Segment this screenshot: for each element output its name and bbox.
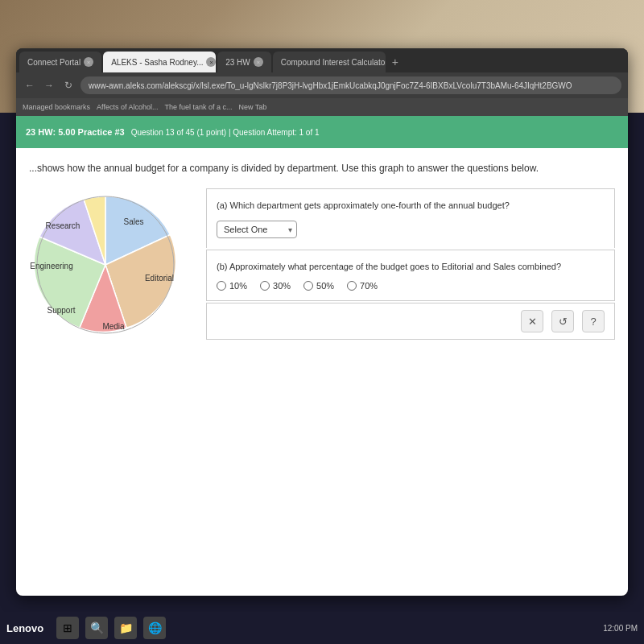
reset-button[interactable]: ↺ bbox=[551, 310, 574, 332]
radio-btn-70[interactable] bbox=[347, 281, 357, 291]
tab-close-hw[interactable]: × bbox=[254, 57, 263, 67]
radio-option-50[interactable]: 50% bbox=[303, 281, 334, 291]
pie-label-support: Support bbox=[47, 306, 75, 315]
questions-area: (a) Which department gets approximately … bbox=[206, 188, 615, 340]
aleks-header: 23 HW: 5.00 Practice #3 Question 13 of 4… bbox=[16, 116, 628, 148]
pie-label-editorial: Editorial bbox=[145, 274, 174, 283]
taskbar-icon-browser[interactable]: 🌐 bbox=[143, 617, 166, 639]
main-content: ...shows how the annual budget for a com… bbox=[16, 148, 628, 596]
question-info: Question 13 of 45 (1 point) | Question A… bbox=[131, 128, 320, 137]
taskbar-brand: Lenovo bbox=[6, 622, 43, 634]
taskbar: Lenovo ⊞ 🔍 📁 🌐 12:00 PM bbox=[0, 612, 644, 644]
tab-close-aleks[interactable]: × bbox=[206, 57, 216, 67]
question-box-b: (b) Approximately what percentage of the… bbox=[206, 250, 615, 302]
tab-label-hw: 23 HW bbox=[225, 58, 250, 67]
radio-label-30: 30% bbox=[273, 281, 291, 291]
browser-chrome: Connect Portal × ALEKS - Sasha Rodney...… bbox=[16, 48, 628, 116]
department-select[interactable]: Select One Sales Editorial Media Support… bbox=[217, 221, 297, 238]
radio-option-70[interactable]: 70% bbox=[347, 281, 378, 291]
pie-label-media: Media bbox=[102, 322, 125, 331]
close-button[interactable]: ✕ bbox=[521, 310, 543, 332]
radio-btn-10[interactable] bbox=[217, 281, 226, 291]
tab-aleks[interactable]: ALEKS - Sasha Rodney... × bbox=[103, 52, 216, 72]
help-button[interactable]: ? bbox=[582, 310, 605, 332]
pie-label-research: Research bbox=[46, 221, 80, 230]
select-wrapper: Select One Sales Editorial Media Support… bbox=[217, 221, 297, 238]
bookmark-alcohol[interactable]: Affects of Alcohol... bbox=[97, 103, 158, 111]
question-a-text: (a) Which department gets approximately … bbox=[217, 199, 605, 213]
question-b-text: (b) Approximately what percentage of the… bbox=[217, 260, 605, 274]
bookmarks-bar: Managed bookmarks Affects of Alcohol... … bbox=[16, 98, 628, 116]
pie-label-engineering: Engineering bbox=[30, 262, 72, 270]
tab-label-aleks: ALEKS - Sasha Rodney... bbox=[111, 58, 203, 67]
tab-bar: Connect Portal × ALEKS - Sasha Rodney...… bbox=[16, 48, 628, 72]
address-bar-row: ← → ↻ www-awn.aleks.com/alekscgi/x/lsl.e… bbox=[16, 72, 628, 98]
page-content: ...shows how the annual budget for a com… bbox=[16, 148, 628, 596]
radio-btn-50[interactable] bbox=[303, 281, 313, 291]
new-tab-button[interactable]: + bbox=[387, 54, 403, 70]
bookmark-fuel[interactable]: The fuel tank of a c... bbox=[164, 103, 232, 111]
url-text: www-awn.aleks.com/alekscgi/x/lsl.exe/To_… bbox=[89, 81, 572, 90]
question-box-a: (a) Which department gets approximately … bbox=[206, 188, 615, 248]
action-buttons: ✕ ↺ ? bbox=[206, 303, 615, 340]
taskbar-clock: 12:00 PM bbox=[603, 624, 638, 633]
forward-button[interactable]: → bbox=[42, 78, 56, 93]
radio-label-50: 50% bbox=[316, 281, 334, 291]
bookmark-managed[interactable]: Managed bookmarks bbox=[23, 103, 90, 111]
question-intro: ...shows how the annual budget for a com… bbox=[29, 161, 615, 175]
bookmark-new-tab[interactable]: New Tab bbox=[238, 103, 266, 111]
aleks-header-text: 23 HW: 5.00 Practice #3 bbox=[26, 127, 125, 137]
radio-group: 10% 30% 50% bbox=[217, 281, 605, 291]
laptop-screen: Connect Portal × ALEKS - Sasha Rodney...… bbox=[16, 48, 628, 596]
address-bar[interactable]: www-awn.aleks.com/alekscgi/x/lsl.exe/To_… bbox=[80, 76, 621, 94]
radio-option-30[interactable]: 30% bbox=[260, 281, 291, 291]
reload-button[interactable]: ↻ bbox=[61, 78, 76, 93]
pie-chart-svg: Sales Editorial Media Support Engineerin… bbox=[29, 188, 182, 341]
tab-close-connect[interactable]: × bbox=[84, 57, 93, 67]
radio-label-70: 70% bbox=[360, 281, 378, 291]
taskbar-icon-files[interactable]: 📁 bbox=[114, 617, 137, 639]
tab-calculator[interactable]: Compound Interest Calculator × bbox=[273, 52, 386, 72]
tab-label-calc: Compound Interest Calculator bbox=[281, 58, 386, 67]
tab-hw[interactable]: 23 HW × bbox=[217, 52, 271, 72]
pie-label-sales: Sales bbox=[123, 217, 143, 226]
tab-label: Connect Portal bbox=[27, 58, 80, 67]
taskbar-icon-search[interactable]: 🔍 bbox=[85, 617, 108, 639]
radio-label-10: 10% bbox=[229, 281, 247, 291]
radio-option-10[interactable]: 10% bbox=[217, 281, 247, 291]
content-area: Sales Editorial Media Support Engineerin… bbox=[29, 188, 615, 345]
pie-chart-container: Sales Editorial Media Support Engineerin… bbox=[29, 188, 190, 345]
taskbar-icon-windows[interactable]: ⊞ bbox=[56, 617, 79, 639]
back-button[interactable]: ← bbox=[23, 78, 37, 93]
tab-connect-portal[interactable]: Connect Portal × bbox=[19, 52, 101, 72]
radio-btn-30[interactable] bbox=[260, 281, 270, 291]
